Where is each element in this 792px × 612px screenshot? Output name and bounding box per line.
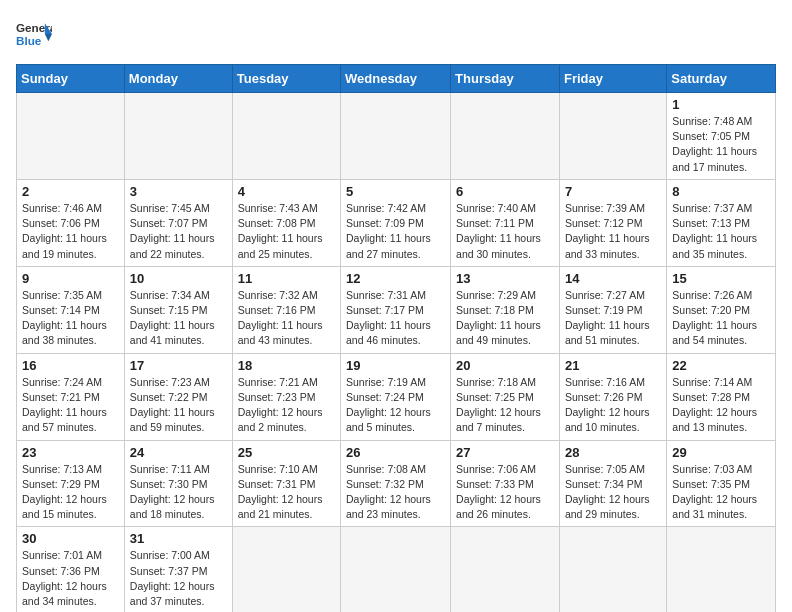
day-info: Sunrise: 7:11 AM Sunset: 7:30 PM Dayligh… [130,462,227,523]
calendar-cell: 22Sunrise: 7:14 AM Sunset: 7:28 PM Dayli… [667,353,776,440]
calendar-cell: 29Sunrise: 7:03 AM Sunset: 7:35 PM Dayli… [667,440,776,527]
day-number: 3 [130,184,227,199]
weekday-header-wednesday: Wednesday [341,65,451,93]
day-info: Sunrise: 7:42 AM Sunset: 7:09 PM Dayligh… [346,201,445,262]
calendar-cell: 2Sunrise: 7:46 AM Sunset: 7:06 PM Daylig… [17,179,125,266]
day-number: 26 [346,445,445,460]
day-number: 5 [346,184,445,199]
calendar-cell: 15Sunrise: 7:26 AM Sunset: 7:20 PM Dayli… [667,266,776,353]
calendar-week-1: 1Sunrise: 7:48 AM Sunset: 7:05 PM Daylig… [17,93,776,180]
day-number: 28 [565,445,661,460]
calendar-cell: 10Sunrise: 7:34 AM Sunset: 7:15 PM Dayli… [124,266,232,353]
day-info: Sunrise: 7:14 AM Sunset: 7:28 PM Dayligh… [672,375,770,436]
day-info: Sunrise: 7:37 AM Sunset: 7:13 PM Dayligh… [672,201,770,262]
calendar-cell [559,527,666,612]
day-info: Sunrise: 7:48 AM Sunset: 7:05 PM Dayligh… [672,114,770,175]
calendar-table: SundayMondayTuesdayWednesdayThursdayFrid… [16,64,776,612]
day-number: 10 [130,271,227,286]
calendar-cell: 3Sunrise: 7:45 AM Sunset: 7:07 PM Daylig… [124,179,232,266]
day-info: Sunrise: 7:19 AM Sunset: 7:24 PM Dayligh… [346,375,445,436]
day-info: Sunrise: 7:35 AM Sunset: 7:14 PM Dayligh… [22,288,119,349]
calendar-cell: 7Sunrise: 7:39 AM Sunset: 7:12 PM Daylig… [559,179,666,266]
calendar-cell [17,93,125,180]
day-number: 1 [672,97,770,112]
calendar-cell: 17Sunrise: 7:23 AM Sunset: 7:22 PM Dayli… [124,353,232,440]
calendar-cell: 11Sunrise: 7:32 AM Sunset: 7:16 PM Dayli… [232,266,340,353]
calendar-cell: 12Sunrise: 7:31 AM Sunset: 7:17 PM Dayli… [341,266,451,353]
weekday-header-friday: Friday [559,65,666,93]
calendar-week-6: 30Sunrise: 7:01 AM Sunset: 7:36 PM Dayli… [17,527,776,612]
day-number: 30 [22,531,119,546]
day-info: Sunrise: 7:46 AM Sunset: 7:06 PM Dayligh… [22,201,119,262]
day-number: 13 [456,271,554,286]
calendar-cell: 21Sunrise: 7:16 AM Sunset: 7:26 PM Dayli… [559,353,666,440]
calendar-cell: 13Sunrise: 7:29 AM Sunset: 7:18 PM Dayli… [451,266,560,353]
day-number: 17 [130,358,227,373]
calendar-week-5: 23Sunrise: 7:13 AM Sunset: 7:29 PM Dayli… [17,440,776,527]
day-info: Sunrise: 7:00 AM Sunset: 7:37 PM Dayligh… [130,548,227,609]
day-number: 16 [22,358,119,373]
day-number: 12 [346,271,445,286]
svg-text:Blue: Blue [16,34,42,47]
calendar-cell: 26Sunrise: 7:08 AM Sunset: 7:32 PM Dayli… [341,440,451,527]
day-info: Sunrise: 7:05 AM Sunset: 7:34 PM Dayligh… [565,462,661,523]
calendar-cell: 18Sunrise: 7:21 AM Sunset: 7:23 PM Dayli… [232,353,340,440]
calendar-cell: 19Sunrise: 7:19 AM Sunset: 7:24 PM Dayli… [341,353,451,440]
day-info: Sunrise: 7:10 AM Sunset: 7:31 PM Dayligh… [238,462,335,523]
day-info: Sunrise: 7:27 AM Sunset: 7:19 PM Dayligh… [565,288,661,349]
day-info: Sunrise: 7:45 AM Sunset: 7:07 PM Dayligh… [130,201,227,262]
calendar-cell [559,93,666,180]
calendar-cell: 5Sunrise: 7:42 AM Sunset: 7:09 PM Daylig… [341,179,451,266]
day-number: 7 [565,184,661,199]
day-number: 23 [22,445,119,460]
calendar-cell [451,93,560,180]
day-number: 21 [565,358,661,373]
calendar-cell: 31Sunrise: 7:00 AM Sunset: 7:37 PM Dayli… [124,527,232,612]
weekday-header-sunday: Sunday [17,65,125,93]
calendar-cell: 16Sunrise: 7:24 AM Sunset: 7:21 PM Dayli… [17,353,125,440]
day-number: 31 [130,531,227,546]
day-info: Sunrise: 7:03 AM Sunset: 7:35 PM Dayligh… [672,462,770,523]
calendar-cell: 4Sunrise: 7:43 AM Sunset: 7:08 PM Daylig… [232,179,340,266]
calendar-cell [667,527,776,612]
calendar-cell: 14Sunrise: 7:27 AM Sunset: 7:19 PM Dayli… [559,266,666,353]
day-number: 6 [456,184,554,199]
day-info: Sunrise: 7:26 AM Sunset: 7:20 PM Dayligh… [672,288,770,349]
calendar-cell [341,527,451,612]
calendar-cell: 8Sunrise: 7:37 AM Sunset: 7:13 PM Daylig… [667,179,776,266]
calendar-cell [124,93,232,180]
day-info: Sunrise: 7:31 AM Sunset: 7:17 PM Dayligh… [346,288,445,349]
day-info: Sunrise: 7:43 AM Sunset: 7:08 PM Dayligh… [238,201,335,262]
day-info: Sunrise: 7:16 AM Sunset: 7:26 PM Dayligh… [565,375,661,436]
day-number: 24 [130,445,227,460]
calendar-week-4: 16Sunrise: 7:24 AM Sunset: 7:21 PM Dayli… [17,353,776,440]
day-info: Sunrise: 7:24 AM Sunset: 7:21 PM Dayligh… [22,375,119,436]
calendar-week-3: 9Sunrise: 7:35 AM Sunset: 7:14 PM Daylig… [17,266,776,353]
calendar-cell: 27Sunrise: 7:06 AM Sunset: 7:33 PM Dayli… [451,440,560,527]
day-info: Sunrise: 7:06 AM Sunset: 7:33 PM Dayligh… [456,462,554,523]
calendar-cell [232,527,340,612]
calendar-cell: 9Sunrise: 7:35 AM Sunset: 7:14 PM Daylig… [17,266,125,353]
calendar-cell [232,93,340,180]
calendar-cell: 30Sunrise: 7:01 AM Sunset: 7:36 PM Dayli… [17,527,125,612]
weekday-header-monday: Monday [124,65,232,93]
day-info: Sunrise: 7:13 AM Sunset: 7:29 PM Dayligh… [22,462,119,523]
calendar-cell: 1Sunrise: 7:48 AM Sunset: 7:05 PM Daylig… [667,93,776,180]
calendar-cell: 24Sunrise: 7:11 AM Sunset: 7:30 PM Dayli… [124,440,232,527]
logo-icon: General Blue [16,16,52,52]
calendar-cell: 20Sunrise: 7:18 AM Sunset: 7:25 PM Dayli… [451,353,560,440]
day-number: 2 [22,184,119,199]
page-header: General Blue [16,16,776,52]
day-info: Sunrise: 7:18 AM Sunset: 7:25 PM Dayligh… [456,375,554,436]
day-info: Sunrise: 7:23 AM Sunset: 7:22 PM Dayligh… [130,375,227,436]
calendar-cell: 28Sunrise: 7:05 AM Sunset: 7:34 PM Dayli… [559,440,666,527]
day-info: Sunrise: 7:21 AM Sunset: 7:23 PM Dayligh… [238,375,335,436]
weekday-header-saturday: Saturday [667,65,776,93]
calendar-week-2: 2Sunrise: 7:46 AM Sunset: 7:06 PM Daylig… [17,179,776,266]
day-info: Sunrise: 7:39 AM Sunset: 7:12 PM Dayligh… [565,201,661,262]
svg-marker-3 [45,34,52,41]
day-number: 27 [456,445,554,460]
day-info: Sunrise: 7:32 AM Sunset: 7:16 PM Dayligh… [238,288,335,349]
weekday-header-thursday: Thursday [451,65,560,93]
day-number: 14 [565,271,661,286]
